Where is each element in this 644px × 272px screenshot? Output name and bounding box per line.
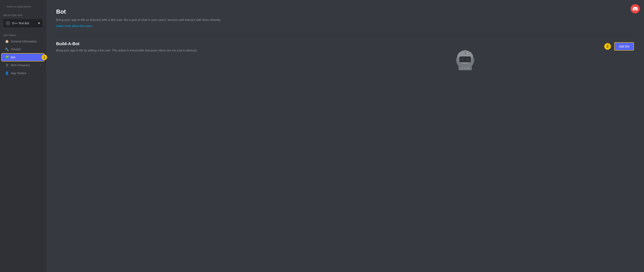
badge-2: 2 <box>604 43 611 50</box>
sidebar: ← Back to Applications SELECTED APP D D+… <box>0 0 46 272</box>
svg-point-12 <box>468 68 469 69</box>
sidebar-item-rich-presence[interactable]: ☰ Rich Presence › <box>2 61 44 69</box>
wrench-icon: 🔧 <box>5 47 9 51</box>
svg-point-11 <box>464 68 466 69</box>
svg-point-4 <box>461 58 464 61</box>
sidebar-item-label: App Testers <box>11 72 26 75</box>
build-a-bot-section: Build-A-Bot Bring your app to life by ad… <box>56 41 634 79</box>
app-selector-dropdown[interactable]: D D++ Test Bot ▼ <box>3 19 42 27</box>
svg-rect-13 <box>456 58 459 62</box>
svg-point-6 <box>466 58 470 61</box>
selected-app-label: SELECTED APP <box>0 12 46 17</box>
dropdown-chevron-icon: ▼ <box>38 21 40 25</box>
learn-more-link[interactable]: Learn more about bot users <box>56 24 92 28</box>
sidebar-item-oauth2[interactable]: 🔧 OAuth2 <box>2 46 44 53</box>
sidebar-item-label: Bot <box>11 56 15 59</box>
sidebar-item-label: Rich Presence <box>11 64 30 67</box>
puzzle-icon: 🧩 <box>5 55 9 59</box>
sidebar-item-label: OAuth2 <box>11 48 21 51</box>
badge-1: 1 <box>42 55 47 60</box>
build-a-bot-description: Bring your app to life by adding a bot u… <box>56 48 203 53</box>
sidebar-item-app-testers[interactable]: 👤 App Testers <box>2 69 44 77</box>
add-bot-container: 2 Add Bot <box>604 41 634 51</box>
bot-robot-illustration <box>326 41 604 79</box>
build-a-bot-text: Build-A-Bot Bring your app to life by ad… <box>56 41 326 53</box>
settings-label: SETTINGS <box>0 31 46 37</box>
build-a-bot-title: Build-A-Bot <box>56 41 326 46</box>
svg-rect-8 <box>465 51 466 54</box>
app-avatar: D <box>6 21 10 26</box>
sidebar-item-bot[interactable]: 🧩 Bot 1 <box>2 53 44 61</box>
sidebar-item-label: General Information <box>11 40 37 43</box>
page-title: Bot <box>56 8 634 15</box>
main-content: Bot Bring your app to life on Discord wi… <box>46 0 644 272</box>
svg-rect-14 <box>472 58 474 62</box>
home-icon: 🏠 <box>5 39 9 43</box>
chevron-right-icon: › <box>40 64 41 67</box>
section-divider <box>56 34 634 35</box>
sidebar-item-general-information[interactable]: 🏠 General Information <box>2 38 44 45</box>
page-description: Bring your app to life on Discord with a… <box>56 17 244 22</box>
discord-logo <box>630 4 640 13</box>
svg-point-10 <box>461 68 463 69</box>
list-icon: ☰ <box>5 63 9 67</box>
app-name: D++ Test Bot <box>12 21 29 25</box>
add-bot-button[interactable]: Add Bot <box>614 42 634 51</box>
back-to-applications-link[interactable]: ← Back to Applications <box>0 3 46 10</box>
person-icon: 👤 <box>5 71 9 75</box>
